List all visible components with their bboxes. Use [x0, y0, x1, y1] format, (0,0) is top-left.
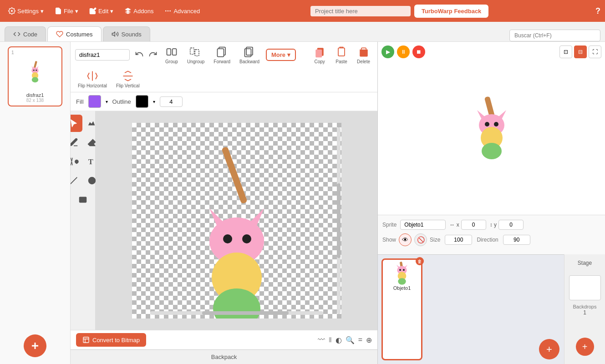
add-backdrop-button[interactable]: +	[576, 338, 594, 356]
tab-code[interactable]: Code	[5, 26, 46, 41]
tab-sounds[interactable]: Sounds	[103, 26, 150, 41]
help-button[interactable]: ?	[595, 6, 600, 16]
line-tool-button[interactable]	[71, 172, 82, 189]
settings-button[interactable]: Settings ▾	[5, 5, 47, 16]
forward-button[interactable]: Forward	[211, 45, 233, 65]
layout-normal-button[interactable]: ⊡	[559, 46, 572, 58]
fill-tool-button[interactable]	[71, 153, 82, 170]
ungroup-button[interactable]: Ungroup	[184, 45, 207, 65]
zoom-out-button[interactable]: 🔍	[346, 336, 355, 344]
svg-rect-24	[315, 50, 322, 58]
delete-button[interactable]: Delete	[354, 45, 373, 65]
copy-button[interactable]: Copy	[310, 45, 329, 65]
tab-costumes[interactable]: Costumes	[47, 26, 102, 41]
stage-thumbnail[interactable]	[569, 275, 601, 300]
svg-rect-38	[83, 337, 89, 343]
direction-input[interactable]	[503, 235, 530, 245]
rect-tool-button[interactable]	[74, 191, 92, 208]
svg-rect-25	[338, 48, 345, 56]
main-area: 1 disfra	[0, 42, 605, 364]
direction-label: Direction	[477, 237, 498, 243]
svg-rect-29	[80, 197, 86, 202]
outline-size-input[interactable]	[160, 96, 183, 107]
add-costume-button[interactable]	[24, 334, 46, 357]
addons-button[interactable]: Addons	[121, 5, 157, 16]
group-button[interactable]: Group	[163, 45, 181, 65]
costume-item[interactable]: 1 disfra	[8, 46, 62, 106]
editor-panel: Group Ungroup Forward Backward More ▾ C	[71, 42, 377, 364]
outline-color-swatch[interactable]	[136, 95, 148, 108]
sprite-card-delete-button[interactable]: 🗑	[416, 257, 424, 265]
x-input[interactable]	[461, 220, 486, 230]
sprite-card-preview	[388, 262, 416, 284]
sprites-list: 🗑 Objeto1	[378, 254, 564, 364]
y-input[interactable]	[498, 220, 524, 230]
sprite-name-input[interactable]	[400, 220, 446, 230]
size-direction-group: Size Direction	[430, 235, 530, 245]
search-input[interactable]	[509, 30, 600, 41]
backward-button[interactable]: Backward	[237, 45, 262, 65]
svg-marker-49	[397, 264, 400, 268]
drawing-canvas[interactable]	[132, 123, 341, 318]
sprite-label: Sprite	[382, 222, 397, 228]
show-hidden-button[interactable]: 🚫	[414, 233, 427, 246]
fill-outline-row: Fill ▾ Outline ▾	[71, 92, 377, 111]
more-button[interactable]: More ▾	[266, 49, 296, 61]
svg-marker-8	[36, 66, 38, 69]
canvas-container	[96, 111, 377, 330]
svg-point-52	[403, 269, 405, 271]
svg-marker-50	[404, 264, 407, 268]
fill-color-arrow[interactable]: ▾	[106, 99, 108, 104]
horizontal-scrollbar[interactable]	[150, 311, 323, 315]
pause-button[interactable]: ⏸	[397, 46, 410, 58]
green-flag-button[interactable]	[381, 46, 394, 58]
vertical-scrollbar[interactable]	[337, 127, 341, 314]
edit-button[interactable]: Edit ▾	[86, 5, 117, 16]
project-title-input[interactable]	[310, 6, 411, 16]
select-tool-button[interactable]	[71, 115, 82, 132]
convert-to-bitmap-button[interactable]: Convert to Bitmap	[76, 333, 146, 347]
flip-vertical-button[interactable]: Flip Vertical	[113, 69, 142, 89]
stop-button[interactable]: ⏹	[412, 46, 425, 58]
y-coord-group: ↕ y	[490, 220, 524, 230]
svg-point-10	[36, 69, 37, 71]
y-arrows-icon: ↕ y	[490, 222, 497, 228]
search-bar	[509, 30, 600, 41]
advanced-label: Advanced	[173, 8, 200, 15]
grid-tool-button[interactable]: ⦀	[329, 336, 332, 344]
svg-point-34	[223, 234, 232, 243]
svg-rect-17	[190, 48, 194, 54]
svg-marker-42	[497, 110, 506, 119]
show-visible-button[interactable]: 👁	[399, 233, 412, 246]
right-panel: ⏸ ⏹ ⊡ ⊟ ⛶	[377, 42, 605, 364]
undo-button[interactable]	[133, 48, 145, 61]
warp-tool-button[interactable]: 〰	[318, 336, 325, 344]
svg-marker-4	[112, 32, 115, 36]
flip-horizontal-button[interactable]: Flip Horizontal	[75, 69, 110, 89]
horizontal-scrollbar-thumb[interactable]	[202, 311, 289, 315]
vertical-scrollbar-thumb[interactable]	[337, 183, 341, 258]
redo-button[interactable]	[147, 48, 159, 61]
fill-color-swatch[interactable]	[88, 95, 101, 108]
canvas-area: T	[71, 111, 377, 330]
tools-panel: T	[71, 111, 96, 330]
sprites-stage-row: 🗑 Objeto1	[378, 254, 605, 364]
size-input[interactable]	[445, 235, 472, 245]
outline-color-arrow[interactable]: ▾	[153, 99, 155, 104]
paste-button[interactable]: Paste	[332, 45, 351, 65]
advanced-button[interactable]: Advanced	[161, 5, 203, 16]
turbowarp-feedback-button[interactable]: TurboWarp Feedback	[414, 5, 488, 18]
layout-fullscreen-button[interactable]: ⛶	[589, 46, 601, 58]
costume-label: disfraz1	[26, 92, 44, 98]
sprite-card-objeto1[interactable]: 🗑 Objeto1	[381, 258, 422, 360]
file-button[interactable]: File ▾	[51, 5, 82, 16]
center-button[interactable]: ◐	[336, 336, 342, 344]
zoom-in-button[interactable]: ⊕	[366, 336, 372, 344]
svg-rect-15	[167, 49, 171, 55]
zoom-reset-button[interactable]: =	[358, 336, 362, 344]
layout-wide-button[interactable]: ⊟	[574, 46, 587, 58]
costume-name-input[interactable]	[75, 49, 130, 61]
add-sprite-button[interactable]: +	[539, 339, 559, 359]
svg-point-9	[33, 69, 35, 71]
brush-tool-button[interactable]	[71, 134, 82, 151]
